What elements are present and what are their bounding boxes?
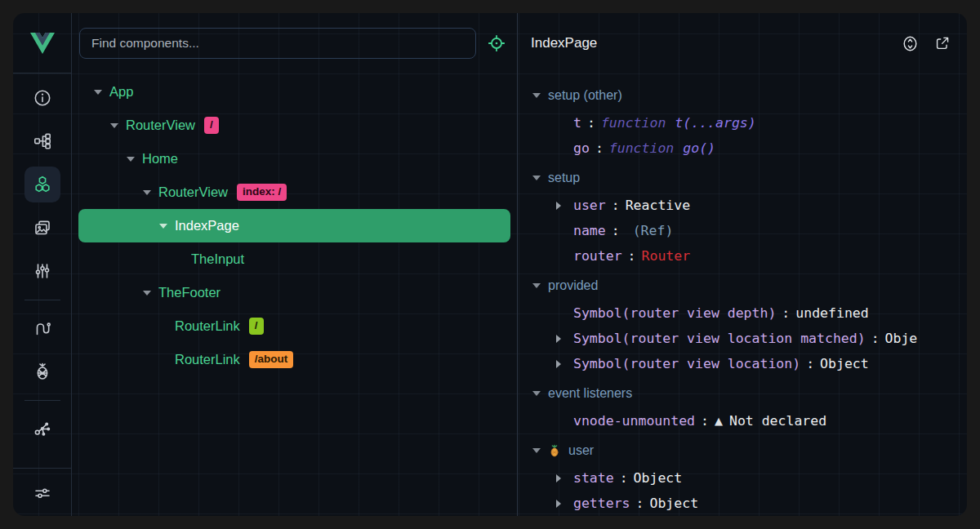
collapse-icon (532, 391, 541, 396)
assets-icon (33, 218, 52, 238)
collapse-icon[interactable] (124, 157, 137, 162)
route-badge: /about (249, 351, 294, 368)
prop-key: go (573, 140, 590, 156)
prop-key: user (573, 198, 606, 213)
state-row[interactable]: router:Router (531, 243, 967, 269)
pinia-pineapple-icon (548, 444, 561, 457)
section-title: setup (548, 171, 580, 185)
component-name: IndexPage (175, 218, 239, 233)
tree-row[interactable]: Home (78, 142, 510, 176)
collapse-icon[interactable] (108, 123, 121, 128)
collapse-icon[interactable] (140, 291, 154, 296)
section-setup: setup user:Reactive name:(Ref) router:Ro… (531, 163, 967, 269)
tree-row-selected[interactable]: IndexPage (78, 209, 510, 242)
external-link-icon (933, 34, 951, 52)
collapse-icon (532, 283, 541, 288)
expand-icon[interactable] (556, 360, 561, 368)
prop-key: state (573, 470, 614, 486)
prop-value: undefined (795, 305, 868, 321)
sidebar-item-info[interactable] (24, 80, 60, 116)
expand-icon[interactable] (556, 335, 561, 343)
route-badge: / (249, 318, 264, 335)
component-name: RouterLink (175, 352, 240, 367)
state-row[interactable]: Symbol(router view depth):undefined (531, 300, 967, 326)
collapse-icon[interactable] (157, 224, 170, 229)
state-row[interactable]: user:Reactive (531, 193, 967, 218)
search-input[interactable] (79, 28, 476, 59)
prop-key: vnode-unmounted (573, 413, 695, 429)
tree-row[interactable]: RouterLink / (78, 309, 510, 343)
state-row[interactable]: name:(Ref) (531, 218, 967, 243)
section-provided: provided Symbol(router view depth):undef… (531, 271, 967, 376)
component-name: RouterLink (175, 318, 240, 334)
prop-value: Object (820, 356, 869, 371)
section-title: user (568, 443, 594, 458)
state-row[interactable]: state:Object (531, 465, 967, 491)
state-row[interactable]: go:functiongo() (531, 136, 967, 161)
state-row[interactable]: Symbol(router view location):Object (531, 351, 967, 376)
collapse-icon (532, 448, 541, 453)
outline-tree-icon (33, 131, 52, 151)
prop-value: Not declared (729, 413, 826, 429)
devtools-window: App RouterView / Home RouterView index: … (13, 13, 967, 516)
sidebar (13, 13, 72, 516)
tree-row[interactable]: TheFooter (78, 276, 510, 309)
prop-value: (Ref) (633, 223, 674, 238)
prop-key: Symbol(router view depth) (573, 305, 776, 321)
vue-logo[interactable] (13, 13, 71, 73)
sidebar-divider (24, 300, 60, 300)
sidebar-item-router[interactable] (24, 310, 60, 346)
prop-key: Symbol(router view location matched) (573, 331, 866, 346)
state-row[interactable]: getters:Object (531, 491, 967, 516)
prop-value: t(...args) (675, 115, 755, 131)
tree-row[interactable]: RouterView index: / (78, 176, 510, 209)
scroll-to-component-button[interactable] (900, 33, 920, 53)
section-title: event listeners (548, 386, 632, 401)
prop-value: Object (885, 331, 918, 346)
component-name: RouterView (158, 184, 228, 200)
settings-sliders-icon (33, 483, 52, 503)
sidebar-bottom (13, 468, 71, 516)
state-row[interactable]: Symbol(router view location matched):Obj… (531, 326, 967, 351)
expand-icon[interactable] (556, 474, 561, 482)
inspector-body: setup (other) t:functiont(...args) go:fu… (518, 73, 967, 516)
sidebar-item-pinia[interactable] (24, 353, 60, 389)
warning-icon: ▲︎ (715, 415, 723, 427)
section-pinia-user: user state:Object getters:Object (531, 436, 967, 516)
section-header[interactable]: provided (531, 271, 967, 300)
sidebar-item-timeline[interactable] (24, 253, 60, 289)
component-name: TheInput (191, 251, 244, 267)
sidebar-divider (24, 400, 60, 401)
section-title: setup (other) (548, 88, 622, 103)
section-setup-other: setup (other) t:functiont(...args) go:fu… (531, 81, 967, 161)
collapse-icon[interactable] (91, 90, 105, 95)
unfold-vertical-icon (901, 34, 920, 53)
tree-row[interactable]: RouterLink /about (78, 343, 510, 376)
open-in-editor-button[interactable] (933, 33, 952, 53)
section-header[interactable]: setup (other) (531, 81, 967, 110)
section-header[interactable]: event listeners (531, 379, 967, 408)
sidebar-item-settings[interactable] (24, 475, 60, 511)
section-header[interactable]: setup (531, 163, 967, 193)
collapse-icon (532, 93, 541, 98)
tree-row[interactable]: TheInput (78, 242, 510, 276)
state-row[interactable]: t:functiont(...args) (531, 110, 967, 136)
prop-value: Reactive (626, 198, 690, 213)
prop-value: Object (634, 470, 683, 486)
sidebar-item-graph[interactable] (24, 411, 60, 447)
prop-key: Symbol(router view location) (573, 356, 800, 371)
section-header[interactable]: user (531, 436, 967, 465)
pinia-pineapple-icon (33, 362, 52, 381)
sidebar-item-components[interactable] (24, 167, 60, 202)
collapse-icon[interactable] (140, 190, 154, 195)
sidebar-item-assets[interactable] (24, 210, 60, 246)
sidebar-item-outline[interactable] (24, 123, 60, 159)
tree-row[interactable]: RouterView / (78, 109, 510, 142)
state-row[interactable]: vnode-unmounted:▲︎Not declared (531, 408, 967, 433)
section-title: provided (548, 278, 598, 293)
prop-key: getters (573, 496, 630, 511)
tree-row[interactable]: App (78, 75, 510, 109)
inspect-component-button[interactable] (483, 30, 510, 56)
expand-icon[interactable] (556, 500, 561, 508)
expand-icon[interactable] (556, 202, 561, 210)
